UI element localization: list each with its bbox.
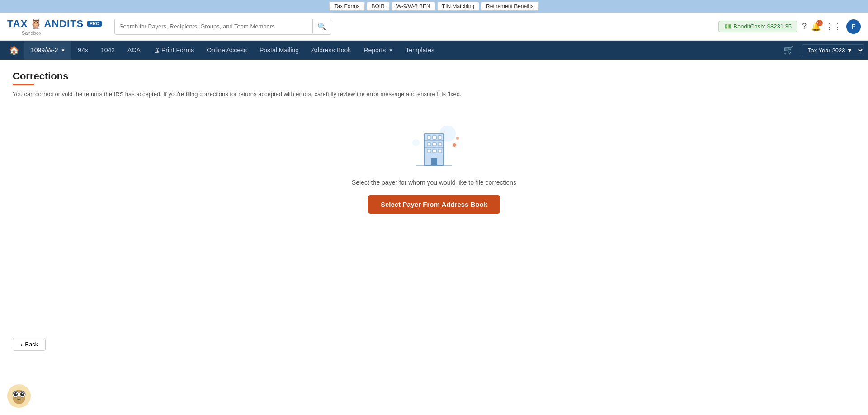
svg-rect-15 <box>433 149 436 153</box>
cart-icon[interactable]: 🛒 <box>779 45 798 55</box>
svg-point-1 <box>412 139 420 146</box>
svg-rect-11 <box>427 143 431 146</box>
help-button[interactable]: ? <box>802 22 807 31</box>
header: TAX 🦉 ANDITS PRO Sandbox 🔍 💵 BanditCash:… <box>0 13 868 41</box>
bottom-bar: ‹ Back <box>0 331 868 358</box>
page-title-underline <box>13 84 34 85</box>
tax-forms-tab[interactable]: Tax Forms <box>329 2 364 11</box>
tax-year-select[interactable]: Tax Year 2023 ▼ <box>802 44 864 56</box>
apps-button[interactable]: ⋮⋮ <box>826 22 842 32</box>
nav-divider <box>800 45 800 56</box>
nav-reports[interactable]: Reports ▼ <box>357 41 399 60</box>
page-title: Corrections <box>13 70 855 82</box>
svg-point-3 <box>456 137 459 140</box>
printer-icon: 🖨 <box>153 47 160 54</box>
nav-address-book[interactable]: Address Book <box>305 41 357 60</box>
svg-rect-8 <box>427 136 431 139</box>
retirement-benefits-tab[interactable]: Retirement Benefits <box>481 2 538 11</box>
header-actions: 💵 BanditCash: $8231.35 ? 🔔 9+ ⋮⋮ F <box>718 19 861 34</box>
user-avatar[interactable]: F <box>846 19 861 34</box>
nav-print-forms[interactable]: 🖨 Print Forms <box>147 41 200 60</box>
bandit-cash-icon: 💵 <box>724 23 731 30</box>
nav-1099-w2[interactable]: 1099/W-2 ▼ <box>24 41 71 60</box>
svg-rect-10 <box>438 136 442 139</box>
apps-icon: ⋮⋮ <box>826 22 842 32</box>
logo-andits-text: ANDITS <box>44 18 84 30</box>
nav-aca[interactable]: ACA <box>121 41 147 60</box>
svg-rect-17 <box>431 158 437 165</box>
search-button[interactable]: 🔍 <box>312 19 331 33</box>
nav-home[interactable]: 🏠 <box>4 41 24 60</box>
building-illustration <box>407 125 461 170</box>
logo[interactable]: TAX 🦉 ANDITS PRO <box>7 18 102 30</box>
boir-tab[interactable]: BOIR <box>367 2 390 11</box>
notifications-button[interactable]: 🔔 9+ <box>811 22 821 32</box>
bandit-cash-button[interactable]: 💵 BanditCash: $8231.35 <box>718 21 797 32</box>
nav-94x[interactable]: 94x <box>71 41 94 60</box>
owl-icon: 🦉 <box>29 18 42 30</box>
svg-rect-16 <box>438 149 442 153</box>
nav-bar: 🏠 1099/W-2 ▼ 94x 1042 ACA 🖨 Print Forms … <box>0 41 868 60</box>
svg-rect-14 <box>427 149 431 153</box>
search-bar[interactable]: 🔍 <box>114 19 331 35</box>
notification-count: 9+ <box>816 20 823 26</box>
bandit-cash-label: BanditCash: $8231.35 <box>733 23 792 30</box>
nav-templates[interactable]: Templates <box>399 41 441 60</box>
top-bar: Tax Forms BOIR W-9/W-8 BEN TIN Matching … <box>0 0 868 13</box>
sandbox-label: Sandbox <box>22 30 41 36</box>
search-input[interactable] <box>115 20 312 33</box>
back-button[interactable]: ‹ Back <box>13 338 46 351</box>
nav-1042[interactable]: 1042 <box>94 41 121 60</box>
select-payer-text: Select the payer for whom you would like… <box>352 179 516 186</box>
svg-rect-13 <box>438 143 442 146</box>
nav-right: 🛒 Tax Year 2023 ▼ <box>779 44 864 56</box>
logo-tax-text: TAX <box>7 18 28 30</box>
logo-area: TAX 🦉 ANDITS PRO Sandbox <box>7 18 102 36</box>
help-icon: ? <box>802 22 807 31</box>
svg-rect-12 <box>433 143 436 146</box>
select-payer-button[interactable]: Select Payer From Address Book <box>368 195 500 214</box>
svg-rect-9 <box>433 136 436 139</box>
chevron-down-icon: ▼ <box>61 48 65 53</box>
svg-point-2 <box>453 143 456 147</box>
main-content: Corrections You can correct or void the … <box>0 60 868 331</box>
nav-online-access[interactable]: Online Access <box>200 41 253 60</box>
w9-w8ben-tab[interactable]: W-9/W-8 BEN <box>392 2 435 11</box>
nav-postal-mailing[interactable]: Postal Mailing <box>253 41 305 60</box>
center-area: Select the payer for whom you would like… <box>13 125 855 214</box>
chevron-down-icon: ▼ <box>388 48 393 53</box>
pro-badge: PRO <box>87 21 102 27</box>
page-description: You can correct or void the returns the … <box>13 91 855 98</box>
tin-matching-tab[interactable]: TIN Matching <box>437 2 479 11</box>
back-arrow-icon: ‹ <box>20 341 22 348</box>
